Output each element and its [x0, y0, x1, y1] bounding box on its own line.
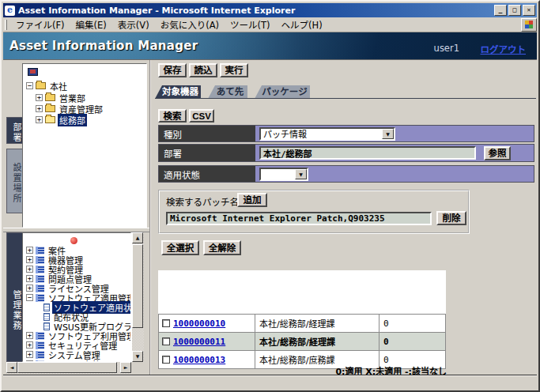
delete-button[interactable]: 削除	[436, 211, 466, 225]
save-button[interactable]: 保存	[158, 63, 187, 77]
tab-target-devices[interactable]: 対象機器	[155, 85, 201, 99]
ledger-icon	[36, 256, 44, 264]
tree-row[interactable]: 総務部	[36, 115, 87, 125]
toolbar-grip-icon	[5, 20, 7, 30]
status-label: 適用状態	[159, 166, 255, 182]
computer-icon	[28, 68, 38, 76]
tree-row[interactable]: 資産管理部	[36, 104, 104, 114]
browse-button[interactable]: 参照	[484, 146, 511, 160]
expand-icon[interactable]	[26, 285, 33, 292]
ledger-icon	[36, 351, 44, 359]
department-field[interactable]	[259, 146, 476, 160]
status-value-area	[255, 166, 534, 182]
menu-view[interactable]: 表示(V)	[112, 17, 155, 32]
expand-icon[interactable]	[26, 351, 33, 358]
expand-icon[interactable]	[26, 256, 33, 263]
maximize-button[interactable]	[508, 5, 521, 16]
sidebar-tab-location[interactable]: 設置場所	[6, 149, 22, 213]
asset-link[interactable]: 1000000010	[173, 318, 225, 329]
logout-link[interactable]: ログアウト	[481, 43, 527, 55]
collapse-icon[interactable]	[26, 294, 33, 301]
patch-name-field[interactable]	[166, 212, 432, 225]
app-title: Asset Information Manager	[9, 39, 198, 53]
vertical-scroll-thumb[interactable]	[132, 244, 143, 328]
horizontal-scroll-thumb[interactable]	[17, 362, 117, 373]
tab-package[interactable]: パッケージ	[255, 85, 310, 99]
load-button[interactable]: 読込	[189, 63, 217, 77]
expand-icon[interactable]	[36, 105, 43, 112]
app-header: Asset Information Manager user1 ログアウト	[3, 32, 537, 60]
menu-help[interactable]: ヘルプ(H)	[276, 17, 328, 32]
run-button[interactable]: 実行	[220, 63, 248, 77]
folder-icon	[36, 82, 46, 89]
expand-icon[interactable]	[36, 116, 43, 123]
expand-icon[interactable]	[26, 332, 33, 339]
tree-horizontal-scrollbar[interactable]	[6, 362, 131, 374]
tree-vertical-scrollbar[interactable]	[131, 232, 144, 362]
ledger-icon	[36, 247, 44, 254]
red-ball-icon	[70, 237, 77, 244]
org-tree-pane: 本社 営業部 資産管理部 総務部	[22, 63, 147, 228]
status-cell: 0	[380, 315, 446, 333]
ledger-icon	[36, 294, 44, 302]
asset-link[interactable]: 1000000013	[173, 355, 225, 365]
form-row-department: 部署 参照	[158, 144, 534, 162]
chevron-down-icon[interactable]	[295, 169, 307, 179]
chevron-down-icon[interactable]	[382, 129, 394, 139]
tree-row[interactable]	[28, 66, 40, 77]
expand-icon[interactable]	[36, 94, 43, 101]
menu-file[interactable]: ファイル(F)	[10, 17, 70, 32]
sidebar-tab-department[interactable]: 部署	[6, 117, 22, 144]
select-all-button[interactable]: 全選択	[161, 240, 199, 255]
search-button[interactable]: 検索	[158, 109, 187, 122]
ledger-icon	[36, 285, 44, 292]
scroll-down-icon[interactable]	[132, 351, 143, 362]
tree-row[interactable]: 営業部	[36, 92, 87, 103]
tree-item-honsha[interactable]: 本社	[48, 80, 69, 92]
title-bar: e Asset Information Manager - Microsoft …	[3, 3, 537, 17]
main-panel: 保存 読込 実行 対象機器 あて先 パッケージ 検索 CSV 種別 パッチ情報	[149, 60, 540, 375]
header-patch-name: Microsoft Internet Explorer Patch,Q90323…	[380, 271, 446, 315]
csv-button[interactable]: CSV	[189, 109, 214, 122]
scroll-left-icon[interactable]	[6, 362, 17, 373]
tree-row[interactable]: 本社	[26, 81, 69, 91]
expand-icon[interactable]	[26, 247, 33, 254]
asset-cell: 1000000011	[159, 333, 255, 351]
asset-link[interactable]: 1000000011	[173, 337, 225, 347]
menu-tools[interactable]: ツール(T)	[225, 17, 276, 32]
close-button[interactable]	[523, 5, 535, 16]
ledger-icon	[36, 341, 44, 349]
form-row-status: 適用状態	[158, 165, 534, 183]
status-select[interactable]	[259, 168, 308, 181]
folder-icon	[45, 94, 55, 101]
row-checkbox[interactable]	[162, 356, 170, 364]
department-label: 部署	[159, 145, 255, 161]
sidebar-tab-tasks[interactable]: 管理業務	[6, 232, 22, 362]
scroll-right-icon[interactable]	[120, 362, 131, 373]
open-folder-icon	[45, 116, 55, 123]
expand-icon[interactable]	[26, 266, 33, 273]
asset-cell: 1000000010	[159, 315, 255, 333]
type-select[interactable]: パッチ情報	[259, 127, 395, 141]
add-button[interactable]: 追加	[237, 193, 267, 207]
row-checkbox[interactable]	[162, 337, 170, 345]
tree-root-row[interactable]	[70, 236, 77, 246]
expand-icon[interactable]	[26, 275, 33, 282]
expand-icon[interactable]	[26, 341, 33, 349]
clear-all-button[interactable]: 全解除	[203, 240, 241, 255]
user-label: user1	[434, 43, 459, 54]
minimize-button[interactable]	[494, 5, 507, 16]
collapse-icon[interactable]	[26, 82, 33, 89]
scroll-up-icon[interactable]	[132, 232, 143, 243]
department-value-area: 参照	[255, 145, 534, 161]
patch-name-groupbox: 検索するパッチ名 追加 削除	[158, 190, 470, 234]
results-table: 資産番号 部署 Microsoft Internet Explorer Patc…	[158, 270, 446, 369]
menu-edit[interactable]: 編集(E)	[70, 17, 112, 32]
tab-underline	[155, 98, 536, 99]
row-checkbox[interactable]	[162, 319, 170, 327]
tree-item-somubu-selected[interactable]: 総務部	[58, 114, 87, 126]
menu-favorites[interactable]: お気に入り(A)	[155, 17, 225, 32]
status-bar	[3, 375, 537, 390]
tab-destination[interactable]: あて先	[208, 85, 247, 99]
ledger-icon	[36, 266, 44, 273]
